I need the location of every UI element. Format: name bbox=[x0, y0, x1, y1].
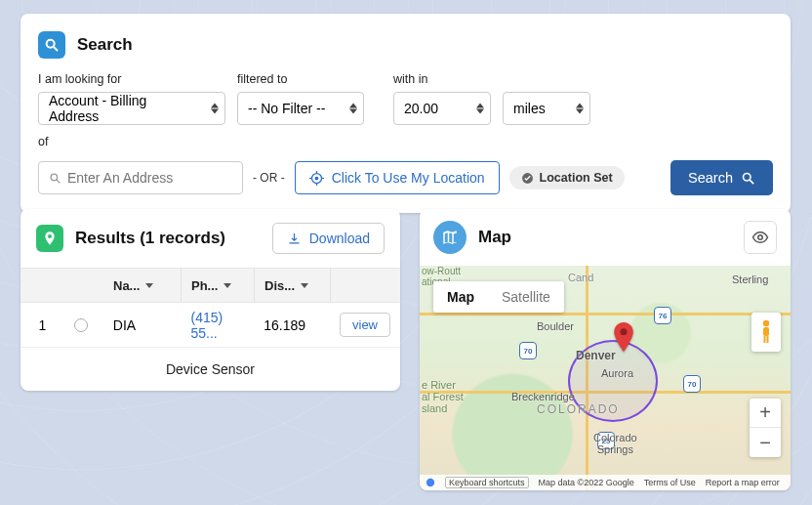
svg-line-1 bbox=[54, 47, 58, 51]
stepper-icon bbox=[476, 104, 484, 114]
map-pin[interactable] bbox=[613, 322, 632, 342]
row-distance: 16.189 bbox=[254, 317, 330, 333]
map-icon bbox=[433, 221, 467, 254]
results-footer: Device Sensor bbox=[20, 348, 400, 391]
city-label-aurora: Aurora bbox=[601, 367, 633, 379]
zoom-control: + − bbox=[750, 399, 781, 457]
city-label-colorado-springs: Colorado Springs bbox=[593, 432, 637, 455]
search-icon bbox=[741, 171, 755, 186]
city-label-sterling: Sterling bbox=[732, 274, 768, 285]
report-error-link[interactable]: Report a map error bbox=[706, 478, 780, 487]
within-unit-value: miles bbox=[513, 101, 546, 116]
google-logo-icon bbox=[426, 478, 435, 487]
location-set-label: Location Set bbox=[540, 171, 613, 185]
col-index bbox=[20, 269, 64, 302]
svg-point-11 bbox=[744, 173, 751, 181]
looking-for-label: I am looking for bbox=[38, 72, 225, 86]
svg-rect-18 bbox=[767, 336, 769, 343]
col-select bbox=[64, 269, 103, 302]
pegman-icon bbox=[758, 319, 774, 345]
col-distance[interactable]: Dis... bbox=[255, 269, 331, 302]
within-unit-spacer bbox=[503, 72, 590, 86]
row-phone[interactable]: (415) 55... bbox=[182, 310, 255, 341]
within-label: with in bbox=[393, 72, 491, 86]
search-icon bbox=[38, 31, 65, 59]
col-name[interactable]: Na... bbox=[103, 269, 182, 302]
filtered-to-label: filtered to bbox=[237, 72, 364, 86]
search-button-label: Search bbox=[688, 170, 733, 186]
row-index: 1 bbox=[20, 317, 64, 333]
col-phone[interactable]: Ph... bbox=[182, 269, 255, 302]
map-attribution: Keyboard shortcuts Map data ©2022 Google… bbox=[420, 475, 791, 490]
svg-point-5 bbox=[315, 177, 318, 180]
svg-point-13 bbox=[758, 235, 763, 240]
search-header: Search bbox=[38, 31, 773, 59]
check-circle-icon bbox=[521, 172, 534, 185]
terms-link[interactable]: Terms of Use bbox=[644, 478, 696, 487]
map-type-satellite[interactable]: Satellite bbox=[488, 281, 564, 313]
of-label: of bbox=[38, 135, 773, 148]
select-stepper-icon bbox=[211, 104, 219, 114]
zoom-out-button[interactable]: − bbox=[750, 428, 781, 457]
interstate-shield: 70 bbox=[519, 342, 537, 359]
pegman-button[interactable] bbox=[751, 313, 781, 352]
location-set-chip: Location Set bbox=[509, 166, 625, 189]
interstate-shield: 70 bbox=[683, 375, 701, 393]
view-button[interactable]: view bbox=[340, 313, 390, 337]
table-row: 1 DIA (415) 55... 16.189 view bbox=[20, 303, 400, 348]
within-unit-select[interactable]: miles bbox=[503, 92, 590, 125]
map-panel: Map 76 70 70 25 Denver Aurora Boulder St… bbox=[420, 209, 791, 490]
use-my-location-button[interactable]: Click To Use My Location bbox=[295, 161, 500, 194]
select-stepper-icon bbox=[576, 104, 584, 114]
results-title: Results (1 records) bbox=[75, 229, 225, 248]
search-title: Search bbox=[77, 35, 133, 55]
city-label-denver: Denver bbox=[576, 349, 616, 362]
svg-rect-17 bbox=[764, 336, 766, 343]
use-my-location-label: Click To Use My Location bbox=[332, 170, 485, 186]
visibility-toggle-button[interactable] bbox=[744, 221, 777, 254]
within-value: 20.00 bbox=[404, 101, 438, 116]
chevron-down-icon bbox=[145, 283, 153, 288]
filtered-to-select[interactable]: -- No Filter -- bbox=[237, 92, 364, 125]
search-icon bbox=[49, 172, 61, 185]
search-filters-row: I am looking for Account - Billing Addre… bbox=[38, 72, 773, 125]
row-name: DIA bbox=[103, 317, 182, 333]
col-action bbox=[331, 269, 400, 302]
download-button[interactable]: Download bbox=[272, 223, 385, 254]
interstate-shield: 76 bbox=[654, 307, 671, 324]
state-label-colorado: COLORADO bbox=[537, 402, 620, 416]
filtered-to-value: -- No Filter -- bbox=[248, 101, 325, 116]
within-distance-input[interactable]: 20.00 bbox=[393, 92, 491, 125]
highway-line bbox=[420, 313, 791, 316]
svg-line-12 bbox=[750, 180, 753, 184]
download-label: Download bbox=[309, 231, 370, 246]
results-panel: Results (1 records) Download Na... Ph...… bbox=[20, 209, 400, 391]
map-header: Map bbox=[420, 209, 791, 266]
address-input[interactable] bbox=[38, 161, 243, 194]
city-label-boulder: Boulder bbox=[537, 320, 574, 332]
pin-icon bbox=[36, 225, 63, 252]
svg-point-0 bbox=[47, 40, 55, 48]
search-panel: Search I am looking for Account - Billin… bbox=[20, 14, 791, 213]
label-cand: Cand bbox=[568, 272, 593, 283]
address-field[interactable] bbox=[67, 170, 232, 186]
svg-point-14 bbox=[620, 328, 627, 335]
map-type-map[interactable]: Map bbox=[433, 281, 488, 313]
zoom-in-button[interactable]: + bbox=[750, 399, 781, 428]
svg-point-15 bbox=[763, 320, 769, 326]
svg-rect-16 bbox=[763, 327, 769, 336]
results-header: Results (1 records) Download bbox=[20, 209, 400, 268]
svg-point-19 bbox=[426, 479, 434, 486]
map-data-label: Map data ©2022 Google bbox=[539, 478, 634, 487]
keyboard-shortcuts-link[interactable]: Keyboard shortcuts bbox=[445, 477, 529, 488]
or-separator: - OR - bbox=[253, 171, 285, 185]
looking-for-select[interactable]: Account - Billing Address bbox=[38, 92, 225, 125]
download-icon bbox=[287, 231, 302, 246]
row-radio[interactable] bbox=[74, 318, 88, 332]
chevron-down-icon bbox=[301, 283, 308, 288]
map-canvas[interactable]: 76 70 70 25 Denver Aurora Boulder Sterli… bbox=[420, 266, 791, 490]
results-table-head: Na... Ph... Dis... bbox=[20, 268, 400, 303]
location-target-icon bbox=[309, 171, 324, 186]
search-button[interactable]: Search bbox=[670, 160, 773, 195]
svg-line-3 bbox=[57, 180, 60, 183]
